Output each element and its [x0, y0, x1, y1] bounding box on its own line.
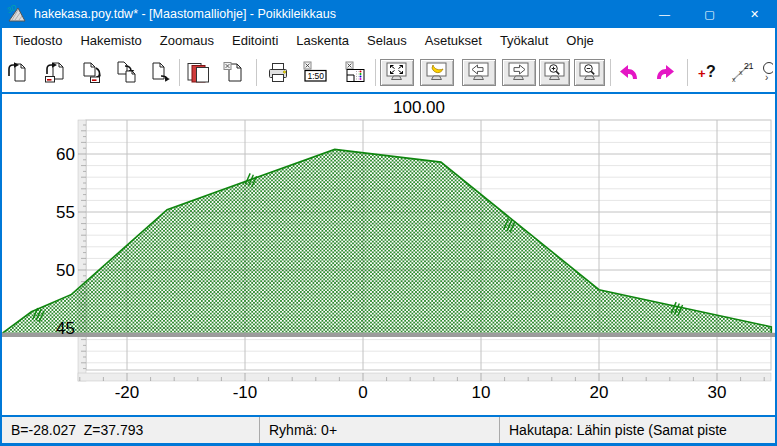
toolbar-separator	[610, 59, 611, 86]
copy-file-icon[interactable]	[115, 60, 139, 84]
menu-ohje[interactable]: Ohje	[557, 33, 602, 48]
redraw-icon	[424, 61, 450, 83]
svg-text:+: +	[698, 66, 706, 81]
status-search-mode: Hakutapa: Lähin piste (Samat piste	[499, 417, 775, 443]
cross-section-chart[interactable]: -20-10010203045505560100.00	[2, 94, 775, 415]
scale-1-50-icon[interactable]: 1:50	[301, 60, 329, 84]
read-file-to-disk-icon[interactable]	[43, 60, 67, 84]
svg-text:›: ›	[765, 72, 768, 83]
toolbar-separator	[687, 59, 688, 86]
menu-tyokalut[interactable]: Työkalut	[491, 33, 557, 48]
fit-view-icon	[384, 61, 410, 83]
svg-text:?: ?	[706, 63, 716, 80]
svg-text:50: 50	[56, 261, 75, 280]
menu-asetukset[interactable]: Asetukset	[416, 33, 491, 48]
minimize-button[interactable]: —	[642, 0, 687, 28]
svg-text:x: x	[739, 69, 743, 76]
cross-section-canvas[interactable]: -20-10010203045505560100.00	[2, 94, 775, 415]
zoom-in-button[interactable]	[539, 59, 570, 86]
window-controls: — ▢ ✕	[642, 0, 777, 28]
menu-bar: Tiedosto Hakemisto Zoomaus Editointi Las…	[2, 28, 775, 52]
next-section-button[interactable]	[502, 59, 536, 86]
svg-text:30: 30	[708, 383, 727, 402]
svg-text:10: 10	[472, 383, 491, 402]
file-stack-icon[interactable]	[185, 60, 213, 84]
maximize-button[interactable]: ▢	[687, 0, 732, 28]
zoom-in-icon	[542, 61, 568, 83]
point-info-icon[interactable]: + ?	[696, 60, 720, 84]
redo-icon[interactable]	[653, 60, 677, 84]
svg-text:100.00: 100.00	[393, 98, 445, 117]
more-icon[interactable]: ›	[760, 60, 773, 84]
arrow-left-icon	[466, 61, 492, 83]
app-icon[interactable]: 3D	[7, 4, 27, 24]
export-file-icon[interactable]	[148, 60, 172, 84]
status-bar: B=-28.027 Z=37.793 Ryhmä: 0+ Hakutapa: L…	[2, 417, 775, 443]
toolbar: 1:50	[2, 52, 775, 92]
menu-laskenta[interactable]: Laskenta	[287, 33, 358, 48]
menu-selaus[interactable]: Selaus	[358, 33, 416, 48]
plot-settings-icon[interactable]	[343, 60, 367, 84]
close-file-icon[interactable]	[221, 60, 245, 84]
write-file-from-disk-icon[interactable]	[80, 60, 104, 84]
svg-text:20: 20	[590, 383, 609, 402]
previous-section-button[interactable]	[462, 59, 496, 86]
svg-text:x: x	[732, 76, 736, 83]
svg-text:1:50: 1:50	[308, 71, 325, 81]
status-group: Ryhmä: 0+	[259, 417, 499, 443]
svg-text:21: 21	[744, 61, 754, 71]
point-numbering-icon[interactable]: x x 21	[730, 60, 754, 84]
print-icon[interactable]	[266, 60, 290, 84]
zoom-out-icon	[577, 61, 603, 83]
svg-text:55: 55	[56, 203, 75, 222]
undo-icon[interactable]	[617, 60, 641, 84]
menu-hakemisto[interactable]: Hakemisto	[71, 33, 150, 48]
menu-editointi[interactable]: Editointi	[223, 33, 287, 48]
application-window: { "window": { "title": "hakekasa.poy.tdw…	[0, 0, 777, 446]
title-bar: 3D hakekasa.poy.tdw* - [Maastomalliohje]…	[0, 0, 777, 28]
menu-zoomaus[interactable]: Zoomaus	[151, 33, 223, 48]
svg-text:-10: -10	[233, 383, 258, 402]
zoom-out-button[interactable]	[574, 59, 605, 86]
svg-text:-20: -20	[115, 383, 140, 402]
menu-tiedosto[interactable]: Tiedosto	[4, 33, 71, 48]
toolbar-separator	[179, 59, 180, 86]
open-file-icon[interactable]	[6, 60, 30, 84]
svg-text:0: 0	[358, 383, 367, 402]
svg-text:60: 60	[56, 145, 75, 164]
window-title: hakekasa.poy.tdw* - [Maastomalliohje] - …	[34, 7, 336, 21]
status-coordinates: B=-28.027 Z=37.793	[2, 417, 259, 443]
svg-text:45: 45	[56, 319, 75, 338]
toolbar-separator	[256, 59, 257, 86]
redraw-button[interactable]	[420, 59, 454, 86]
arrow-right-icon	[506, 61, 532, 83]
toolbar-separator	[375, 59, 376, 86]
close-button[interactable]: ✕	[732, 0, 777, 28]
fit-view-button[interactable]	[380, 59, 414, 86]
